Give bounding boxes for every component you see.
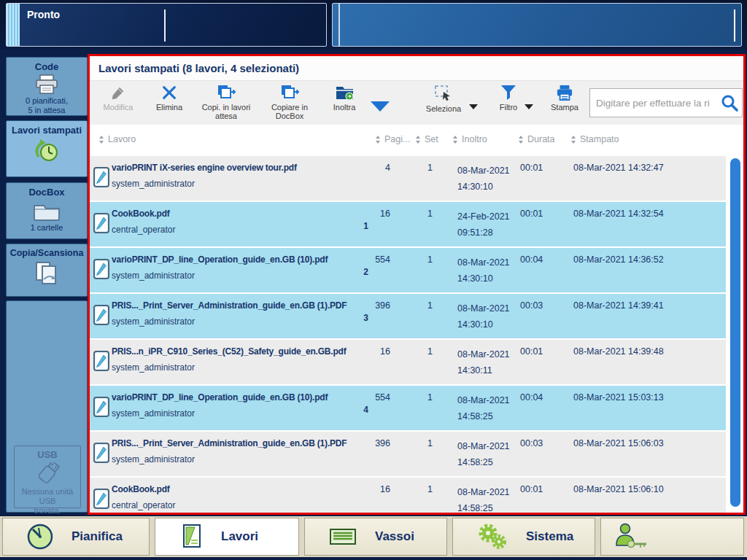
sidebar-item-label: DocBox: [7, 187, 87, 198]
job-printed: 08-Mar-2021 14:32:47: [573, 163, 664, 173]
table-row[interactable]: varioPRINT_DP_line_Operation_guide_en.GB…: [90, 386, 726, 430]
pencil-icon: [109, 85, 127, 101]
column-header-durata[interactable]: Durata: [518, 134, 555, 144]
sort-arrows-icon: [452, 135, 458, 144]
tab-sistema[interactable]: Sistema: [452, 518, 595, 556]
user-key-icon: [611, 522, 649, 551]
document-icon: [93, 351, 109, 374]
job-pages: 4: [358, 163, 390, 173]
usb-message-line1: Nessuna unità USB: [15, 487, 80, 506]
job-sets: 1: [427, 254, 433, 265]
sidebar-item-printed-jobs[interactable]: Lavori stampati: [6, 120, 88, 177]
job-printed: 08-Mar-2021 14:32:54: [573, 209, 664, 219]
job-printed: 08-Mar-2021 14:39:48: [573, 346, 664, 357]
table-row[interactable]: PRIS...n_iPR_C910_Series_(C52)_Safety_gu…: [90, 340, 726, 384]
table-row[interactable]: PRIS..._Print_Server_Administration_guid…: [90, 294, 726, 338]
bottom-tab-bar: Pianifica Lavori Vassoi: [0, 515, 747, 560]
sidebar-item-usb: USB Nessuna unità USB trovata.: [14, 446, 81, 508]
folder-icon: [31, 200, 62, 222]
selection-order: 1: [357, 221, 368, 231]
sort-arrows-icon: [98, 135, 104, 144]
job-pages: 16: [358, 209, 390, 219]
tab-pianifica[interactable]: Pianifica: [2, 518, 150, 556]
job-name: varioPRINT_DP_line_Operation_guide_en.GB…: [112, 392, 373, 402]
table-row[interactable]: varioPRINT iX-series engine overview tou…: [90, 156, 726, 201]
copy-pages-icon: [33, 260, 61, 287]
sidebar-item-label: Copia/Scansiona: [7, 248, 87, 258]
search-input[interactable]: [596, 98, 720, 109]
more-actions-dropdown-icon[interactable]: [371, 101, 390, 112]
table-header: Lavoro Pagi... Set Inoltro Durata Stampa…: [90, 125, 743, 156]
code-count-line1: 0 pianificati,: [7, 96, 87, 106]
column-header-stampato[interactable]: Stampato: [570, 134, 619, 144]
funnel-icon: [500, 85, 517, 101]
job-duration: 00:01: [520, 484, 543, 494]
status-text: Pronto: [27, 9, 60, 20]
table-row[interactable]: CookBook.pdf central_operator 16 1 08-Ma…: [90, 478, 726, 513]
stampa-button[interactable]: Stampa: [546, 85, 584, 122]
elimina-button[interactable]: Elimina: [147, 85, 192, 122]
sidebar-item-copy-scan[interactable]: Copia/Scansiona: [6, 244, 88, 297]
magnifier-icon[interactable]: [720, 93, 739, 112]
job-duration: 00:01: [520, 163, 543, 173]
code-count-line2: 5 in attesa: [7, 106, 87, 115]
job-submitted-time: 14:58:25: [457, 454, 510, 470]
table-row[interactable]: varioPRINT_DP_line_Operation_guide_en.GB…: [90, 248, 726, 292]
sidebar-item-label: Code: [7, 61, 87, 72]
job-duration: 00:04: [520, 392, 543, 402]
job-sets: 1: [427, 346, 433, 357]
vertical-scrollbar-thumb[interactable]: [730, 158, 740, 507]
seleziona-button[interactable]: Seleziona: [419, 85, 468, 122]
job-list: varioPRINT iX-series engine overview tou…: [90, 156, 743, 513]
sidebar-item-code[interactable]: Code 0 pianificati, 5 in attesa: [6, 57, 88, 116]
modifica-button: Modifica: [96, 85, 141, 122]
sidebar-item-label: USB: [15, 449, 80, 460]
job-submitted-date: 08-Mar-2021: [457, 346, 510, 362]
job-duration: 00:01: [520, 346, 543, 357]
job-sets: 1: [427, 392, 433, 402]
sidebar-item-docbox[interactable]: DocBox 1 cartelle: [6, 182, 88, 239]
copiare-in-docbox-button[interactable]: Copiare in DocBox: [259, 85, 320, 122]
document-icon: [93, 259, 109, 282]
status-mark: [734, 9, 735, 42]
job-name: CookBook.pdf: [112, 209, 373, 219]
column-header-inoltro[interactable]: Inoltro: [452, 134, 487, 144]
job-name: PRIS..._Print_Server_Administration_guid…: [112, 438, 373, 448]
copia-in-lavori-attesa-button[interactable]: Copi. in lavori attesa: [196, 85, 257, 122]
inoltra-button[interactable]: Inoltra: [322, 85, 367, 122]
tab-vassoi[interactable]: Vassoi: [304, 518, 447, 556]
clock-icon: [26, 523, 54, 551]
job-pages: 16: [358, 484, 390, 494]
folder-forward-icon: [335, 85, 355, 101]
docbox-count: 1 cartelle: [7, 223, 87, 233]
x-icon: [160, 85, 178, 101]
job-pages: 16: [358, 346, 390, 357]
job-sets: 1: [427, 163, 433, 173]
job-submitted-time: 14:58:25: [457, 500, 510, 513]
job-submitted-date: 08-Mar-2021: [457, 392, 510, 408]
table-row[interactable]: CookBook.pdf central_operator 1 16 1 24-…: [90, 202, 726, 246]
job-submitted-date: 08-Mar-2021: [457, 438, 510, 454]
job-owner: central_operator: [112, 500, 373, 510]
sort-arrows-icon: [375, 135, 381, 144]
job-duration: 00:04: [520, 254, 543, 265]
filtro-button[interactable]: Filtro: [489, 85, 527, 122]
sidebar-item-label: Lavori stampati: [7, 125, 87, 136]
job-printed: 08-Mar-2021 15:03:13: [573, 392, 664, 402]
seleziona-dropdown-icon[interactable]: [469, 104, 478, 109]
document-icon: [93, 397, 109, 420]
filtro-dropdown-icon[interactable]: [525, 104, 533, 109]
job-owner: system_administrator: [112, 454, 373, 464]
tab-lavori[interactable]: Lavori: [155, 518, 299, 556]
copy-icon: [217, 85, 236, 101]
copy-icon: [280, 85, 300, 101]
status-indicator-icon: [7, 4, 20, 46]
search-box: [589, 88, 743, 117]
tab-account[interactable]: [600, 518, 744, 556]
column-header-pagine[interactable]: Pagi...: [375, 134, 410, 144]
column-header-lavoro[interactable]: Lavoro: [98, 134, 136, 144]
sort-arrows-icon: [415, 135, 421, 144]
job-submitted-time: 14:30:10: [457, 271, 510, 287]
column-header-set[interactable]: Set: [415, 134, 438, 144]
table-row[interactable]: PRIS..._Print_Server_Administration_guid…: [90, 432, 726, 476]
